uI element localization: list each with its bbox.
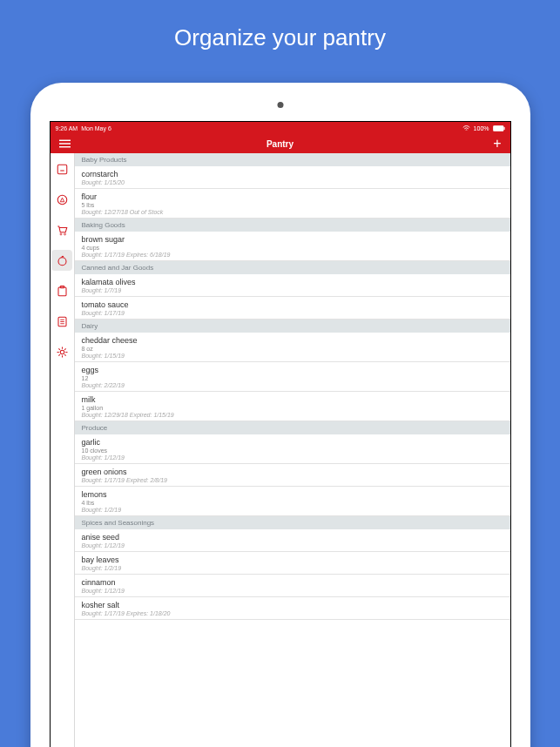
sidebar-item-compass[interactable] bbox=[51, 189, 72, 210]
item-meta: Bought: 1/15/20 bbox=[82, 179, 503, 185]
sidebar-item-cart[interactable] bbox=[51, 219, 72, 240]
item-quantity: 12 bbox=[82, 375, 503, 381]
svg-point-10 bbox=[58, 257, 66, 265]
menu-button[interactable] bbox=[59, 139, 71, 148]
item-name: tomato sauce bbox=[82, 300, 503, 309]
screen: 9:26 AM Mon May 6 100% Pantry + bbox=[50, 121, 511, 747]
device-camera bbox=[277, 102, 283, 108]
battery-icon bbox=[493, 125, 505, 131]
item-quantity: 1 gallon bbox=[82, 405, 503, 411]
list-item[interactable]: flour5 lbsBought: 12/27/18 Out of Stock bbox=[75, 189, 510, 219]
item-meta: Bought: 1/17/19 Expired: 2/8/19 bbox=[82, 477, 503, 483]
section-header: Spices and Seasonings bbox=[75, 516, 510, 529]
item-name: kalamata olives bbox=[82, 278, 503, 286]
wifi-icon bbox=[462, 125, 470, 131]
item-meta: Bought: 1/15/19 bbox=[82, 353, 503, 359]
ipad-frame: 9:26 AM Mon May 6 100% Pantry + bbox=[30, 83, 530, 747]
item-quantity: 4 lbs bbox=[82, 500, 503, 506]
item-meta: Bought: 12/27/18 Out of Stock bbox=[82, 209, 503, 215]
section-header: Dairy bbox=[75, 320, 510, 333]
status-battery-pct: 100% bbox=[474, 125, 489, 131]
section-header: Baking Goods bbox=[75, 219, 510, 232]
item-meta: Bought: 1/12/19 bbox=[82, 588, 503, 594]
list-item[interactable]: kosher saltBought: 1/17/19 Expires: 1/18… bbox=[75, 597, 510, 620]
item-meta: Bought: 12/29/18 Expired: 1/15/19 bbox=[82, 412, 503, 418]
item-name: flour bbox=[82, 192, 503, 201]
section-header: Canned and Jar Goods bbox=[75, 261, 510, 274]
svg-rect-1 bbox=[503, 126, 504, 129]
sidebar-item-notes[interactable] bbox=[51, 311, 72, 332]
item-meta: Bought: 1/17/19 bbox=[82, 310, 503, 316]
item-name: bay leaves bbox=[82, 555, 503, 564]
item-name: eggs bbox=[82, 366, 503, 374]
list-item[interactable]: cheddar cheese8 ozBought: 1/15/19 bbox=[75, 333, 510, 362]
section-header: Baby Products bbox=[75, 153, 510, 166]
list-item[interactable]: bay leavesBought: 1/2/19 bbox=[75, 552, 510, 575]
sidebar bbox=[51, 153, 75, 747]
svg-rect-0 bbox=[493, 125, 503, 131]
pantry-list[interactable]: Baby ProductscornstarchBought: 1/15/20fl… bbox=[75, 153, 510, 747]
list-item[interactable]: tomato sauceBought: 1/17/19 bbox=[75, 297, 510, 320]
list-item[interactable]: milk1 gallonBought: 12/29/18 Expired: 1/… bbox=[75, 392, 510, 421]
item-quantity: 4 cups bbox=[82, 245, 503, 251]
item-name: garlic bbox=[82, 438, 503, 447]
status-time: 9:26 AM bbox=[56, 125, 78, 131]
item-meta: Bought: 1/2/19 bbox=[82, 565, 503, 571]
list-item[interactable]: cinnamonBought: 1/12/19 bbox=[75, 575, 510, 597]
item-quantity: 5 lbs bbox=[82, 202, 503, 208]
item-meta: Bought: 1/12/19 bbox=[82, 542, 503, 548]
item-meta: Bought: 1/2/19 bbox=[82, 507, 503, 513]
list-item[interactable]: eggs12Bought: 2/22/19 bbox=[75, 362, 510, 392]
item-name: cinnamon bbox=[82, 578, 503, 587]
item-meta: Bought: 1/17/19 Expires: 6/18/19 bbox=[82, 252, 503, 258]
item-meta: Bought: 2/22/19 bbox=[82, 382, 503, 388]
sidebar-item-pantry[interactable] bbox=[51, 250, 72, 271]
page-title: Pantry bbox=[267, 139, 293, 149]
list-item[interactable]: brown sugar4 cupsBought: 1/17/19 Expires… bbox=[75, 232, 510, 261]
item-name: cornstarch bbox=[82, 170, 503, 178]
app-header: Pantry + bbox=[51, 134, 510, 153]
marketing-headline: Organize your pantry bbox=[0, 0, 560, 51]
item-meta: Bought: 1/7/19 bbox=[82, 287, 503, 293]
list-item[interactable]: cornstarchBought: 1/15/20 bbox=[75, 166, 510, 189]
status-date: Mon May 6 bbox=[81, 125, 111, 131]
item-name: lemons bbox=[82, 490, 503, 499]
list-item[interactable]: kalamata olivesBought: 1/7/19 bbox=[75, 274, 510, 297]
list-item[interactable]: lemons4 lbsBought: 1/2/19 bbox=[75, 487, 510, 516]
svg-point-7 bbox=[57, 195, 67, 205]
list-item[interactable]: garlic10 clovesBought: 1/12/19 bbox=[75, 434, 510, 464]
item-name: cheddar cheese bbox=[82, 336, 503, 345]
sidebar-item-clipboard[interactable] bbox=[51, 280, 72, 301]
item-name: anise seed bbox=[82, 533, 503, 542]
list-item[interactable]: anise seedBought: 1/12/19 bbox=[75, 529, 510, 552]
sidebar-item-settings[interactable] bbox=[51, 341, 72, 362]
list-item[interactable]: green onionsBought: 1/17/19 Expired: 2/8… bbox=[75, 464, 510, 487]
item-name: green onions bbox=[82, 468, 503, 476]
status-bar: 9:26 AM Mon May 6 100% bbox=[51, 122, 510, 134]
svg-point-17 bbox=[60, 350, 64, 354]
svg-point-8 bbox=[60, 233, 62, 235]
section-header: Produce bbox=[75, 421, 510, 434]
add-button[interactable]: + bbox=[493, 137, 501, 151]
item-name: brown sugar bbox=[82, 235, 503, 244]
item-meta: Bought: 1/17/19 Expires: 1/18/20 bbox=[82, 610, 503, 616]
svg-point-9 bbox=[64, 233, 65, 235]
item-quantity: 10 cloves bbox=[82, 448, 503, 454]
item-name: milk bbox=[82, 395, 503, 404]
sidebar-item-inbox[interactable] bbox=[51, 158, 72, 179]
svg-rect-5 bbox=[57, 165, 67, 174]
svg-rect-11 bbox=[58, 287, 66, 296]
item-meta: Bought: 1/12/19 bbox=[82, 454, 503, 461]
item-name: kosher salt bbox=[82, 601, 503, 609]
item-quantity: 8 oz bbox=[82, 346, 503, 352]
